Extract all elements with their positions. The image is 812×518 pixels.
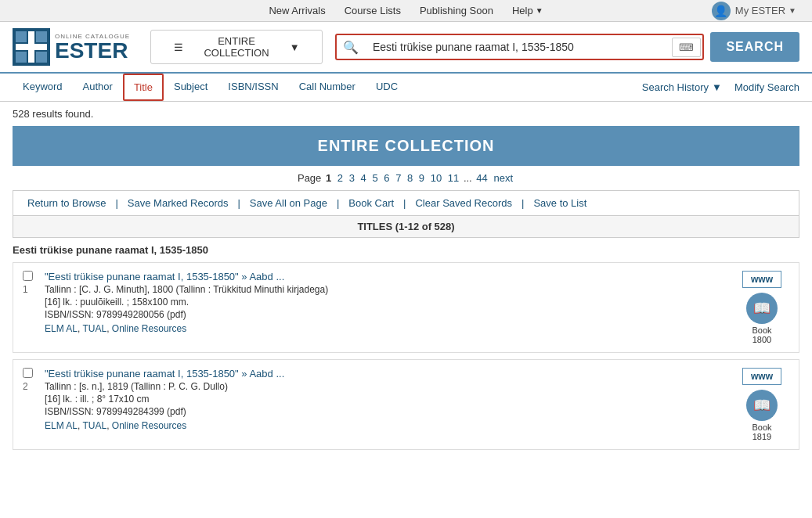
pagination-ellipsis: ... [464,172,472,184]
result-actions-1: www 📖 Book1800 [734,271,789,344]
page-10-link[interactable]: 10 [431,172,442,184]
page-label: Page [298,172,321,184]
result-libraries-1: ELM AL, TUAL, Online Resources [45,323,728,334]
www-button-2[interactable]: www [742,368,781,385]
help-dropdown-arrow: ▼ [536,6,543,15]
svg-rect-5 [16,52,27,63]
library-elm-al-1[interactable]: ELM AL [45,323,78,334]
result-isbn-2: ISBN/ISSN: 9789949284399 (pdf) [45,406,728,417]
top-navigation: New Arrivals Course Lists Publishing Soo… [0,0,812,22]
new-arrivals-link[interactable]: New Arrivals [269,5,325,16]
result-title-1[interactable]: "Eesti trükise punane raamat I, 1535-185… [45,271,284,282]
result-content-1: "Eesti trükise punane raamat I, 1535-185… [45,271,728,334]
result-checkbox-2[interactable] [23,368,33,378]
user-avatar-icon: 👤 [712,2,731,20]
page-11-link[interactable]: 11 [448,172,459,184]
modify-search-link[interactable]: Modify Search [734,81,799,93]
hamburger-icon: ☰ [159,41,197,53]
tab-title[interactable]: Title [123,74,164,101]
result-checkbox-1[interactable] [23,271,33,281]
save-to-list-link[interactable]: Save to List [529,196,591,210]
book-icon-wrap-2: 📖 Book1819 [746,390,778,441]
top-nav-links: New Arrivals Course Lists Publishing Soo… [269,5,543,16]
search-button[interactable]: SEARCH [710,32,799,62]
result-number-1: 1 [23,284,28,295]
search-type-tabs: Keyword Author Title Subject ISBN/ISSN C… [0,74,812,102]
save-marked-records-link[interactable]: Save Marked Records [123,196,233,210]
search-history-button[interactable]: Search History ▼ [642,81,722,93]
result-content-2: "Eesti trükise punane raamat I, 1535-185… [45,368,728,431]
search-term-display: Eesti trükise punane raamat I, 1535-1850 [13,244,799,256]
help-link[interactable]: Help ▼ [512,5,543,16]
www-button-1[interactable]: www [742,271,781,288]
page-6-link[interactable]: 6 [384,172,389,184]
result-number-2: 2 [23,381,28,392]
result-item-2: 2 "Eesti trükise punane raamat I, 1535-1… [13,359,799,450]
tab-udc[interactable]: UDC [366,74,408,101]
result-isbn-1: ISBN/ISSN: 9789949280056 (pdf) [45,309,728,320]
logo-big-text: ESTER [55,40,130,62]
save-all-on-page-link[interactable]: Save All on Page [245,196,332,210]
page-7-link[interactable]: 7 [395,172,401,184]
book-label-2: Book1819 [752,423,771,441]
svg-rect-4 [36,31,47,42]
page-4-link[interactable]: 4 [361,172,366,184]
tab-keyword[interactable]: Keyword [13,74,73,101]
search-area: 🔍 ⌨ SEARCH [335,32,799,62]
search-tab-list: Keyword Author Title Subject ISBN/ISSN C… [13,74,642,101]
tab-call-number[interactable]: Call Number [289,74,366,101]
current-page: 1 [326,172,331,184]
result-detail2-2: [16] lk. : ill. ; 8° 17x10 cm [45,394,728,405]
page-9-link[interactable]: 9 [419,172,424,184]
result-actions-2: www 📖 Book1819 [734,368,789,441]
tab-isbn[interactable]: ISBN/ISSN [218,74,288,101]
result-detail2-1: [16] lk. : puulõikeill. ; 158x100 mm. [45,297,728,308]
page-2-link[interactable]: 2 [337,172,343,184]
result-item: 1 "Eesti trükise punane raamat I, 1535-1… [13,262,799,353]
tab-subject[interactable]: Subject [164,74,218,101]
collection-label: ENTIRE COLLECTION [204,35,269,59]
library-online-1[interactable]: Online Resources [112,323,186,334]
publishing-soon-link[interactable]: Publishing Soon [420,5,493,16]
book-icon-2: 📖 [746,390,778,421]
return-to-browse-link[interactable]: Return to Browse [23,196,110,210]
logo-icon [13,28,50,66]
result-libraries-2: ELM AL, TUAL, Online Resources [45,420,728,431]
page-44-link[interactable]: 44 [476,172,487,184]
book-label-1: Book1800 [752,326,771,344]
keyboard-icon[interactable]: ⌨ [672,38,701,57]
book-icon-wrap-1: 📖 Book1800 [746,293,778,344]
book-cart-link[interactable]: Book Cart [344,196,399,210]
logo-text: ONLINE CATALOGUE ESTER [55,33,130,62]
titles-header: TITLES (1-12 of 528) [13,216,799,238]
result-detail1-2: Tallinn : [s. n.], 1819 (Tallinn : P. C.… [45,381,728,392]
course-lists-link[interactable]: Course Lists [345,5,401,16]
collection-banner: ENTIRE COLLECTION [13,126,799,166]
search-input[interactable] [365,35,670,59]
search-tab-right: Search History ▼ Modify Search [642,81,799,93]
collection-dropdown-arrow: ▼ [276,41,314,53]
top-nav-right: 👤 My ESTER ▼ [712,2,796,20]
result-title-2[interactable]: "Eesti trükise punane raamat I, 1535-185… [45,368,284,380]
book-icon-1: 📖 [746,293,778,324]
clear-saved-records-link[interactable]: Clear Saved Records [410,196,517,210]
page-8-link[interactable]: 8 [407,172,413,184]
page-5-link[interactable]: 5 [372,172,377,184]
results-area: 528 results found. ENTIRE COLLECTION Pag… [0,102,812,462]
my-ester-button[interactable]: My ESTER ▼ [735,5,796,16]
result-number-area-1: 1 [23,271,38,295]
library-tual-1[interactable]: TUAL [82,323,106,334]
library-tual-2[interactable]: TUAL [82,420,106,431]
library-elm-al-2[interactable]: ELM AL [45,420,78,431]
page-3-link[interactable]: 3 [349,172,355,184]
library-online-2[interactable]: Online Resources [112,420,186,431]
tab-author[interactable]: Author [73,74,123,101]
search-magnifier-icon: 🔍 [337,40,365,55]
result-detail1-1: Tallinn : [C. J. G. Minuth], 1800 (Talli… [45,284,728,295]
logo-link[interactable]: ONLINE CATALOGUE ESTER [13,28,138,66]
search-history-arrow: ▼ [712,81,722,93]
page-next-link[interactable]: next [493,172,513,184]
header: ONLINE CATALOGUE ESTER ☰ ENTIRE COLLECTI… [0,22,812,74]
results-count: 528 results found. [13,108,799,120]
collection-selector[interactable]: ☰ ENTIRE COLLECTION ▼ [150,30,323,64]
